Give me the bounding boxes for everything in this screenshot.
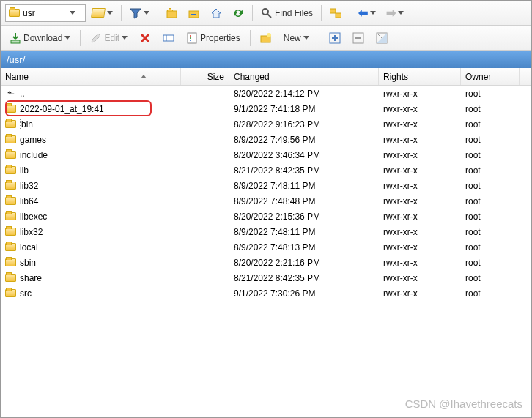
chevron-down-icon <box>370 11 376 15</box>
delete-button[interactable] <box>135 29 155 47</box>
chevron-down-icon[interactable] <box>70 11 75 15</box>
file-list[interactable]: Name Size Changed Rights Owner ⬑..8/20/2… <box>1 68 531 417</box>
file-row[interactable]: sbin8/20/2022 2:21:16 PMrwxr-xr-xroot <box>1 255 531 270</box>
chevron-down-icon <box>122 36 128 40</box>
file-changed: 9/1/2022 7:30:26 PM <box>229 287 379 300</box>
col-size[interactable]: Size <box>181 68 229 85</box>
file-row[interactable]: ⬑..8/20/2022 2:14:12 PMrwxr-xr-xroot <box>1 86 531 101</box>
file-row[interactable]: libexec8/20/2022 2:15:36 PMrwxr-xr-xroot <box>1 209 531 224</box>
folder-icon <box>5 197 16 205</box>
file-row[interactable]: libx328/9/2022 7:48:11 PMrwxr-xr-xroot <box>1 224 531 239</box>
address-toolbar: Find Files ⬅ ➡ <box>1 1 531 26</box>
chevron-down-icon <box>303 36 309 40</box>
sync-button[interactable] <box>325 4 346 22</box>
minus-icon <box>352 32 364 44</box>
file-rights: rwxr-xr-x <box>379 133 461 146</box>
folder-icon <box>5 274 16 282</box>
open-folder-button[interactable] <box>87 5 117 20</box>
file-owner: root <box>461 133 520 146</box>
file-name: sbin <box>20 258 36 268</box>
file-owner: root <box>461 118 520 131</box>
file-row[interactable]: lib648/9/2022 7:48:48 PMrwxr-xr-xroot <box>1 193 531 209</box>
root-dir-button[interactable] <box>184 4 204 22</box>
svg-point-2 <box>262 9 268 15</box>
file-size <box>181 184 229 187</box>
file-rights: rwxr-xr-x <box>379 102 461 116</box>
rename-button[interactable] <box>158 29 179 47</box>
file-row[interactable]: games8/9/2022 7:49:56 PMrwxr-xr-xroot <box>1 132 531 147</box>
file-rights: rwxr-xr-x <box>379 164 461 177</box>
col-rights[interactable]: Rights <box>379 68 461 85</box>
refresh-button[interactable] <box>228 4 248 22</box>
svg-point-11 <box>190 37 191 39</box>
file-owner: root <box>461 210 520 223</box>
file-size <box>181 108 229 111</box>
nav-back-button[interactable]: ⬅ <box>354 3 380 23</box>
file-row[interactable]: bin8/28/2022 9:16:23 PMrwxr-xr-xroot <box>1 116 531 132</box>
file-changed: 8/20/2022 2:15:36 PM <box>229 210 379 223</box>
download-button[interactable]: Download <box>5 29 75 47</box>
svg-point-10 <box>190 35 191 37</box>
download-label: Download <box>23 33 62 43</box>
path-bar[interactable]: /usr/ <box>1 51 531 68</box>
minus-button[interactable] <box>348 29 369 47</box>
home-icon <box>210 7 222 19</box>
folder-icon <box>5 105 16 113</box>
new-folder-button[interactable] <box>256 29 276 47</box>
address-combo[interactable] <box>5 4 86 22</box>
col-name[interactable]: Name <box>1 68 181 85</box>
file-size <box>181 138 229 141</box>
svg-line-3 <box>267 14 271 18</box>
file-owner: root <box>461 195 520 208</box>
file-row[interactable]: lib328/9/2022 7:48:11 PMrwxr-xr-xroot <box>1 178 531 193</box>
file-rights: rwxr-xr-x <box>379 149 461 162</box>
new-button[interactable]: New <box>279 30 314 46</box>
chevron-down-icon <box>144 11 149 15</box>
file-row[interactable]: share8/21/2022 8:42:35 PMrwxr-xr-xroot <box>1 270 531 285</box>
download-icon <box>10 32 21 44</box>
col-owner[interactable]: Owner <box>461 68 520 85</box>
file-changed: 9/1/2022 7:41:18 PM <box>229 102 379 116</box>
separator <box>80 30 81 46</box>
find-files-button[interactable]: Find Files <box>256 4 317 22</box>
up-folder-icon <box>166 7 178 19</box>
file-row[interactable]: local8/9/2022 7:48:13 PMrwxr-xr-xroot <box>1 239 531 255</box>
svg-point-14 <box>267 33 271 37</box>
col-changed[interactable]: Changed <box>229 68 379 85</box>
file-row[interactable]: lib8/21/2022 8:42:35 PMrwxr-xr-xroot <box>1 163 531 178</box>
separator <box>250 30 251 46</box>
svg-rect-5 <box>336 13 341 18</box>
file-rights: rwxr-xr-x <box>379 118 461 131</box>
file-row[interactable]: src9/1/2022 7:30:26 PMrwxr-xr-xroot <box>1 285 531 301</box>
folder-icon <box>5 166 16 174</box>
file-owner: root <box>461 164 520 177</box>
plus-button[interactable] <box>325 29 345 47</box>
svg-rect-0 <box>167 11 177 18</box>
file-row[interactable]: 2022-09-01_at_19:419/1/2022 7:41:18 PMrw… <box>1 101 531 116</box>
file-changed: 8/9/2022 7:48:13 PM <box>229 241 379 254</box>
address-input[interactable] <box>23 8 67 18</box>
new-label: New <box>284 33 301 43</box>
file-name: src <box>20 288 32 299</box>
file-size <box>181 92 229 95</box>
file-owner: root <box>461 87 520 100</box>
root-folder-icon <box>188 7 200 19</box>
filter-button[interactable] <box>125 4 154 22</box>
home-button[interactable] <box>206 4 226 22</box>
file-name: 2022-09-01_at_19:41 <box>20 104 104 114</box>
folder-open-icon <box>91 8 106 18</box>
parent-dir-button[interactable] <box>162 4 182 22</box>
file-name: local <box>20 242 38 253</box>
file-size <box>181 261 229 264</box>
svg-rect-6 <box>11 40 20 43</box>
file-row[interactable]: include8/20/2022 3:46:34 PMrwxr-xr-xroot <box>1 147 531 163</box>
find-files-label: Find Files <box>275 8 313 18</box>
file-changed: 8/28/2022 9:16:23 PM <box>229 118 379 131</box>
folder-icon <box>9 9 20 17</box>
properties-button[interactable]: Properties <box>182 29 245 47</box>
folder-icon <box>5 212 16 220</box>
search-icon <box>261 7 273 19</box>
chevron-down-icon <box>107 11 113 15</box>
invert-select-button[interactable] <box>372 29 392 47</box>
svg-rect-4 <box>330 9 336 13</box>
